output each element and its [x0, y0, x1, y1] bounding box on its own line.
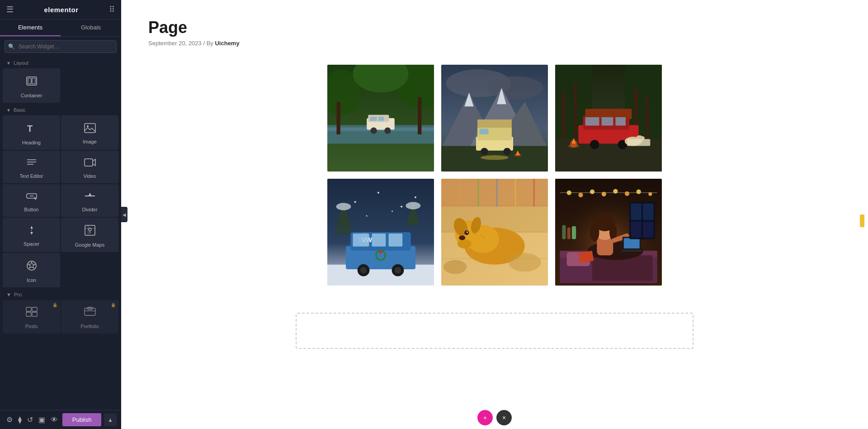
svg-rect-168	[562, 225, 566, 239]
svg-point-130	[443, 260, 467, 274]
widget-heading-label: Heading	[22, 140, 41, 145]
widget-icon[interactable]: Icon	[3, 253, 60, 287]
gallery-item-6	[555, 179, 662, 286]
close-section-button[interactable]: ×	[496, 410, 512, 425]
svg-rect-40	[370, 117, 377, 121]
sidebar-header: ☰ elementor ⠿	[0, 0, 121, 19]
svg-point-142	[590, 190, 594, 194]
svg-point-111	[415, 196, 416, 198]
widget-image-label: Image	[83, 139, 97, 144]
widget-divider[interactable]: Divider	[61, 184, 118, 217]
divider-icon	[84, 191, 96, 203]
sidebar-title: elementor	[44, 6, 78, 14]
tab-globals[interactable]: Globals	[61, 19, 121, 36]
search-input[interactable]	[5, 40, 117, 53]
svg-point-146	[637, 190, 641, 194]
lock-badge: 🔒	[52, 303, 57, 307]
page-author: Uichemy	[215, 40, 239, 47]
svg-rect-99	[388, 234, 402, 247]
section-label-pro: ▼ Pro	[0, 288, 121, 299]
google-maps-icon	[84, 224, 96, 238]
svg-point-143	[602, 192, 606, 196]
widget-heading[interactable]: T Heading	[3, 115, 60, 150]
svg-rect-23	[26, 307, 31, 311]
gallery-grid: VW	[327, 65, 662, 286]
svg-point-46	[488, 76, 543, 100]
arrow-icon: ▼	[6, 61, 11, 66]
widget-divider-label: Divider	[82, 207, 97, 212]
svg-rect-97	[353, 234, 369, 247]
widget-text-editor[interactable]: Text Editor	[3, 151, 60, 183]
widget-icon-label: Icon	[27, 277, 36, 283]
svg-rect-167	[643, 221, 654, 238]
hamburger-icon[interactable]: ☰	[6, 5, 14, 14]
svg-point-145	[625, 191, 629, 196]
posts-icon	[25, 306, 38, 320]
publish-button[interactable]: Publish	[62, 413, 101, 426]
settings-icon[interactable]: ⚙	[5, 414, 14, 426]
widget-portfolio: 🔒 Portfolio	[61, 300, 118, 334]
gallery-item-2	[441, 65, 548, 172]
eye-icon[interactable]: 👁	[49, 414, 60, 426]
portfolio-icon	[84, 306, 96, 320]
svg-rect-75	[615, 117, 626, 125]
sidebar: ☰ elementor ⠿ Elements Globals 🔍 ▼ Layou…	[0, 0, 121, 429]
widget-container[interactable]: Container	[3, 68, 60, 103]
svg-point-109	[366, 215, 368, 217]
button-icon	[25, 191, 38, 203]
drop-zone[interactable]	[296, 313, 693, 349]
svg-point-126	[459, 235, 465, 240]
svg-rect-65	[562, 93, 566, 139]
svg-point-140	[567, 191, 571, 195]
svg-point-129	[509, 253, 541, 272]
svg-point-110	[392, 210, 393, 212]
widget-spacer-label: Spacer	[24, 241, 39, 247]
svg-point-5	[87, 125, 89, 127]
basic-widgets-grid: T Heading Image	[0, 114, 121, 288]
svg-rect-4	[85, 124, 95, 133]
sidebar-tabs: Elements Globals	[0, 19, 121, 37]
svg-point-59	[481, 155, 509, 160]
svg-point-58	[503, 148, 510, 155]
svg-marker-16	[30, 232, 33, 234]
widget-container-label: Container	[21, 93, 42, 98]
svg-rect-74	[602, 117, 613, 125]
publish-arrow-button[interactable]: ▲	[104, 414, 117, 426]
svg-rect-164	[631, 203, 642, 220]
svg-rect-56	[479, 129, 489, 134]
svg-point-38	[370, 128, 377, 134]
layout-widgets-grid: Container	[0, 67, 121, 104]
add-section-button[interactable]: +	[477, 410, 493, 425]
svg-rect-66	[574, 83, 577, 139]
layers-icon[interactable]: ⧫	[16, 414, 24, 426]
heading-icon: T	[25, 122, 38, 136]
grid-icon[interactable]: ⠿	[109, 5, 115, 14]
gallery-item-1	[327, 65, 434, 172]
svg-point-76	[590, 140, 599, 149]
svg-rect-73	[585, 117, 599, 125]
widget-image[interactable]: Image	[61, 115, 118, 150]
svg-rect-166	[631, 221, 642, 238]
sidebar-collapse-tab[interactable]: ◀	[121, 207, 127, 222]
svg-point-125	[467, 231, 468, 233]
search-icon: 🔍	[8, 43, 15, 50]
tab-elements[interactable]: Elements	[0, 19, 61, 36]
canvas-area: Page September 20, 2023 / By Uichemy	[121, 0, 868, 429]
history-icon[interactable]: ↺	[25, 414, 35, 426]
publish-area: ⚙ ⧫ ↺ ▣ 👁 Publish ▲	[0, 410, 121, 429]
widget-google-maps[interactable]: Google Maps	[61, 218, 118, 252]
widget-portfolio-label: Portfolio	[80, 324, 99, 329]
text-editor-icon	[25, 157, 38, 170]
svg-rect-9	[85, 159, 93, 166]
svg-rect-170	[572, 226, 576, 239]
widget-spacer[interactable]: Spacer	[3, 218, 60, 252]
svg-point-101	[360, 267, 367, 273]
scroll-indicator	[860, 214, 864, 227]
widget-button[interactable]: Button	[3, 184, 60, 217]
responsive-icon[interactable]: ▣	[37, 414, 47, 426]
widget-video[interactable]: Video	[61, 151, 118, 183]
svg-rect-43	[418, 97, 421, 134]
svg-point-147	[648, 192, 652, 196]
svg-point-83	[568, 144, 580, 148]
svg-rect-41	[378, 117, 384, 121]
